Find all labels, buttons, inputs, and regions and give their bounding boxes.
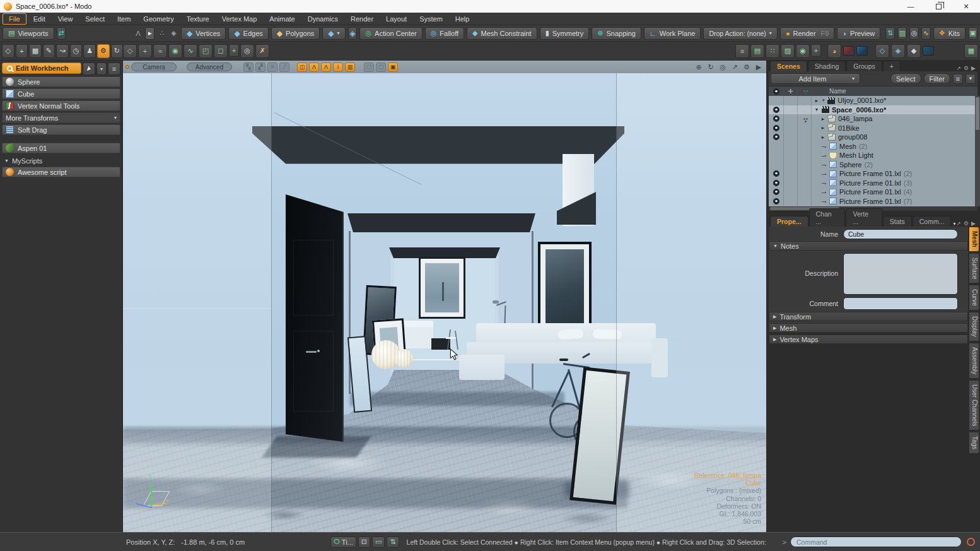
grid-toggle-button[interactable]: ▣ [968,27,977,40]
vertices-mode-button[interactable]: ◆Vertices [181,27,226,40]
tree-row-picture-frame-2[interactable]: Picture Frame 01.lxl(2) [769,169,977,179]
circle-view-button[interactable]: ◉ [796,44,810,58]
expander-icon[interactable]: ▼ [814,107,819,112]
myscripts-header[interactable]: ▼ MyScripts [2,156,120,165]
layers-view-button[interactable]: ▤ [750,44,764,58]
minimize-button[interactable]: — [897,0,925,13]
expander-icon[interactable]: ► [820,126,825,130]
menu-dynamics[interactable]: Dynamics [302,14,344,24]
render-button[interactable]: ●RenderF9 [780,27,835,40]
show-info-toggle[interactable]: i [333,62,343,72]
eye-icon[interactable] [773,134,779,140]
preview-button[interactable]: ◗Preview [837,27,880,40]
tab-properties[interactable]: Prope... [770,216,808,227]
tab-stats[interactable]: Stats [883,216,912,227]
vp-cube-button[interactable]: ◇ [123,44,137,58]
add-item-dropdown[interactable]: Add Item▾ [771,73,860,84]
show-cameras-toggle[interactable]: ◫ [297,62,307,72]
vp-delete-button[interactable]: ✗ [255,44,269,58]
workbench-cursor-button[interactable] [83,62,95,75]
overlay-b-toggle[interactable]: ▢ [376,62,386,72]
filter-button[interactable]: Filter [924,73,950,84]
grid-toggle-icon[interactable]: ▞ [255,62,265,72]
tool-sync-button[interactable]: ↻ [111,44,124,58]
layout-swap-button[interactable]: ⇄ [57,27,66,40]
panel-expand-icon[interactable]: ↗ [956,220,961,227]
tree-row-space0006[interactable]: ▼Space_0006.lxo* [769,105,977,115]
vp-frame-button[interactable]: ◰ [199,44,213,58]
panel-gear-icon[interactable]: ⚙ [964,220,969,227]
tool-workbench-button[interactable]: ⚙ [97,44,110,58]
close-button[interactable]: ✕ [952,0,980,13]
expander-icon[interactable]: ► [820,135,825,139]
expander-icon[interactable]: ► [820,117,825,121]
tool-time-button[interactable]: ◷ [70,44,83,58]
list-view-button[interactable]: ≡ [735,44,749,58]
tool-stamp-button[interactable]: ♟ [83,44,96,58]
side-tab-assembly[interactable]: Assembly [969,343,979,379]
command-input[interactable] [790,536,962,547]
items-mode-dropdown[interactable]: ◆▾ [322,27,345,40]
vp-region-button[interactable]: ◻ [214,44,228,58]
preview-ball-button[interactable]: ◕ [827,44,841,58]
show-instances-toggle[interactable]: ▥ [345,62,355,72]
script-awesome[interactable]: Awesome script [2,167,120,177]
vertical-arrows-button[interactable]: ⇅ [387,536,399,548]
cube-cursor-button[interactable]: ◇ [875,44,889,58]
mesh-constraint-button[interactable]: ◆Mesh Constraint [467,27,537,40]
viewports-button[interactable]: ▤ Viewports [3,27,54,40]
eye-icon[interactable] [773,180,779,186]
viewport-settings-icon[interactable]: ⚙ [742,62,752,72]
filter-funnel-button[interactable]: ▼ [965,74,976,84]
macro-record-button[interactable] [967,538,975,546]
picture-frame-center[interactable] [419,257,465,319]
camera-view-dropdown[interactable]: Camera [131,62,177,71]
materials-mode-button[interactable]: ◈ [348,27,358,40]
eye-icon[interactable] [773,170,779,177]
side-tab-surface[interactable]: Surface [969,253,979,283]
menu-help[interactable]: Help [450,14,475,24]
panel-gear-icon[interactable]: ⚙ [964,65,969,71]
panel-expand-icon[interactable]: ↗ [956,65,961,71]
viewport-menu-dot[interactable] [125,65,129,69]
side-tab-mesh[interactable]: Mesh [969,227,979,252]
eye-icon[interactable] [773,107,779,113]
vp-curve-button[interactable]: ∿ [184,44,197,58]
tree-row-group008[interactable]: ►group008 [769,133,977,142]
table-toggle-button[interactable]: ▦ [964,44,978,58]
tree-row-mesh-light[interactable]: Mesh Light [769,151,977,160]
timeline-button[interactable]: ⵔ Ti... [330,536,356,548]
overlay-active-toggle[interactable]: ▣ [388,62,398,72]
dots-view-button[interactable]: ∷ [766,44,779,58]
tab-vertex[interactable]: Verte ... [846,208,882,227]
tree-row-picture-frame-4[interactable]: Picture Frame 01.lxl(4) [769,187,977,197]
vp-move-button[interactable]: + [138,44,152,58]
tool-move-button[interactable]: + [16,44,28,58]
tab-shading[interactable]: Shading [808,61,846,71]
side-tab-display[interactable]: Display [969,312,979,341]
description-textarea[interactable] [843,253,958,295]
paint-button[interactable]: ∿ [921,27,931,40]
menu-animate[interactable]: Animate [264,14,300,24]
menu-edit[interactable]: Edit [28,14,51,24]
eye-icon[interactable] [773,116,779,122]
preset-thumbnail-3[interactable] [923,46,934,56]
auto-select-button[interactable]: ▸ [145,27,155,40]
edges-mode-button[interactable]: ◆Edges [228,27,268,40]
mesh-section-header[interactable]: ▶ Mesh [769,323,968,333]
name-column-header[interactable]: Name [812,88,846,95]
shading-mode-dropdown[interactable]: Advanced [187,62,232,71]
eye-icon[interactable] [773,198,779,204]
copy-layout-button[interactable]: ⊡ [358,536,370,548]
menu-render[interactable]: Render [345,14,379,24]
pan-view-icon[interactable]: ⊕ [694,62,704,72]
comment-input[interactable] [843,297,958,310]
panel-more-icon[interactable]: ▶ [971,220,976,227]
cage-toggle-icon[interactable]: ✕ [267,62,277,72]
show-meshes-toggle[interactable]: Λ [321,62,331,72]
black-door[interactable] [286,189,344,442]
notes-section-header[interactable]: ▼ Notes [769,241,968,251]
drop-action-dropdown[interactable]: Drop Action: (none)▾ [703,27,777,40]
workbench-dropdown[interactable]: ▾ [96,62,107,75]
tree-row-mesh[interactable]: Mesh(2) [769,142,977,151]
